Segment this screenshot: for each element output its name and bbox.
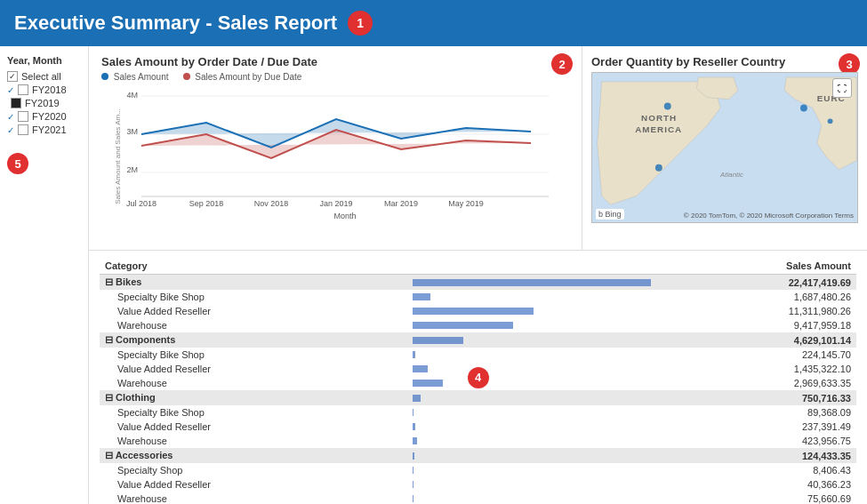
svg-text:Jan 2019: Jan 2019 <box>319 199 352 208</box>
map-svg: NORTH AMERICA EURC Atlantic <box>592 73 857 222</box>
legend-dot-sales <box>101 73 108 80</box>
svg-text:Sales Amount and Sales Am...: Sales Amount and Sales Am... <box>114 108 122 204</box>
row-label: Specialty Shop <box>100 463 407 477</box>
svg-text:May 2019: May 2019 <box>448 199 484 208</box>
table-row: Specialty Bike Shop 224,145.70 <box>100 348 856 362</box>
row-label: Specialty Bike Shop <box>100 290 407 304</box>
legend-item-due: Sales Amount by Due Date <box>183 72 302 82</box>
legend-item-sales: Sales Amount <box>101 72 169 82</box>
table-row: Warehouse 9,417,959.18 <box>100 318 856 332</box>
page-title: Executive Summary - Sales Report <box>14 12 337 35</box>
badge-1: 1 <box>348 11 373 36</box>
row-bar-cell <box>407 362 656 376</box>
row-bar-cell <box>407 348 656 362</box>
line-chart-svg-wrapper: 4M 3M 2M Sales Amount and Sales Am... <box>101 85 569 223</box>
row-value: 2,969,633.35 <box>656 376 856 390</box>
row-bar-cell <box>407 376 656 390</box>
map-container[interactable]: NORTH AMERICA EURC Atlantic ⛶ <box>591 72 858 223</box>
sidebar-item-fy2019[interactable]: FY2019 <box>7 98 81 108</box>
row-label: Value Added Reseller <box>100 477 407 492</box>
select-all-checkbox[interactable] <box>7 71 18 82</box>
svg-text:NORTH: NORTH <box>641 113 677 123</box>
category-row: ⊟ Clothing 750,716.33 <box>100 390 856 405</box>
fy2021-label: FY2021 <box>32 124 67 135</box>
fy2020-check: ✓ <box>7 112 14 122</box>
row-label: Warehouse <box>100 318 407 332</box>
fy2018-check: ✓ <box>7 85 14 95</box>
row-label: Value Added Reseller <box>100 304 407 318</box>
category-row: ⊟ Bikes 22,417,419.69 <box>100 275 856 291</box>
fy2020-color-box <box>18 111 28 122</box>
line-chart-title: Sales Amount by Order Date / Due Date <box>101 55 569 68</box>
category-bar-cell <box>407 275 656 291</box>
sidebar: Year, Month Select all ✓ FY2018 FY2019 ✓… <box>0 46 89 504</box>
row-value: 40,366.23 <box>656 477 856 492</box>
row-bar-cell <box>407 463 656 477</box>
svg-text:3M: 3M <box>126 127 138 136</box>
select-all-label: Select all <box>21 71 61 82</box>
charts-row: Sales Amount by Order Date / Due Date Sa… <box>89 46 867 251</box>
category-value: 4,629,101.14 <box>656 332 856 348</box>
col-sales: Sales Amount <box>656 258 856 275</box>
table-row: Warehouse 75,660.69 <box>100 492 856 504</box>
row-value: 75,660.69 <box>656 492 856 504</box>
header: Executive Summary - Sales Report 1 <box>0 0 867 46</box>
row-bar-cell <box>407 477 656 492</box>
svg-text:AMERICA: AMERICA <box>635 124 682 134</box>
row-label: Specialty Bike Shop <box>100 348 407 362</box>
sidebar-item-fy2018[interactable]: ✓ FY2018 <box>7 84 81 95</box>
line-chart-panel: Sales Amount by Order Date / Due Date Sa… <box>89 46 582 250</box>
row-value: 237,391.49 <box>656 420 856 434</box>
map-title: Order Quantity by Reseller Country <box>591 55 858 68</box>
category-row: ⊟ Accessories 124,433.35 <box>100 448 856 463</box>
map-zoom-icon[interactable]: ⛶ <box>832 78 852 98</box>
svg-text:2M: 2M <box>126 165 138 174</box>
svg-text:Atlantic: Atlantic <box>719 171 743 179</box>
content-area: Sales Amount by Order Date / Due Date Sa… <box>89 46 867 504</box>
category-label: ⊟ Components <box>100 332 407 348</box>
category-label: ⊟ Clothing <box>100 390 407 405</box>
row-label: Specialty Bike Shop <box>100 405 407 420</box>
category-row: ⊟ Components 4,629,101.14 <box>100 332 856 348</box>
sidebar-title: Year, Month <box>7 55 81 66</box>
svg-point-27 <box>800 105 807 112</box>
sidebar-item-fy2020[interactable]: ✓ FY2020 <box>7 111 81 122</box>
sidebar-select-all[interactable]: Select all <box>7 71 81 82</box>
table-row: Specialty Shop 8,406.43 <box>100 463 856 477</box>
row-value: 423,956.75 <box>656 434 856 448</box>
svg-text:Mar 2019: Mar 2019 <box>384 199 418 208</box>
badge-2: 2 <box>551 53 573 75</box>
row-label: Value Added Reseller <box>100 420 407 434</box>
row-value: 9,417,959.18 <box>656 318 856 332</box>
map-panel: Order Quantity by Reseller Country 3 <box>582 46 867 250</box>
row-value: 1,435,322.10 <box>656 362 856 376</box>
row-bar-cell <box>407 304 656 318</box>
chart-legend: Sales Amount Sales Amount by Due Date <box>101 72 569 82</box>
table-row: Value Added Reseller 237,391.49 <box>100 420 856 434</box>
table-row: Specialty Bike Shop 89,368.09 <box>100 405 856 420</box>
fy2021-check: ✓ <box>7 125 14 135</box>
badge-4: 4 <box>468 367 489 388</box>
svg-point-26 <box>655 164 662 172</box>
bing-logo: b Bing <box>596 209 624 220</box>
row-bar-cell <box>407 492 656 504</box>
svg-text:Jul 2018: Jul 2018 <box>126 199 157 208</box>
row-value: 1,687,480.26 <box>656 290 856 304</box>
table-row: Specialty Bike Shop 1,687,480.26 <box>100 290 856 304</box>
category-label: ⊟ Bikes <box>100 275 407 291</box>
svg-text:4M: 4M <box>126 91 138 100</box>
fy2018-color-box <box>18 84 28 95</box>
main-content: Year, Month Select all ✓ FY2018 FY2019 ✓… <box>0 46 867 504</box>
svg-text:Nov 2018: Nov 2018 <box>254 199 289 208</box>
sidebar-item-fy2021[interactable]: ✓ FY2021 <box>7 124 81 135</box>
category-bar-cell <box>407 390 656 405</box>
row-bar-cell <box>407 405 656 420</box>
svg-text:Month: Month <box>333 212 356 220</box>
category-label: ⊟ Accessories <box>100 448 407 463</box>
category-bar-cell <box>407 448 656 463</box>
badge-5: 5 <box>7 153 28 174</box>
row-label: Warehouse <box>100 492 407 504</box>
fy2021-color-box <box>18 124 28 135</box>
category-value: 750,716.33 <box>656 390 856 405</box>
fy2019-color-box <box>11 98 21 108</box>
